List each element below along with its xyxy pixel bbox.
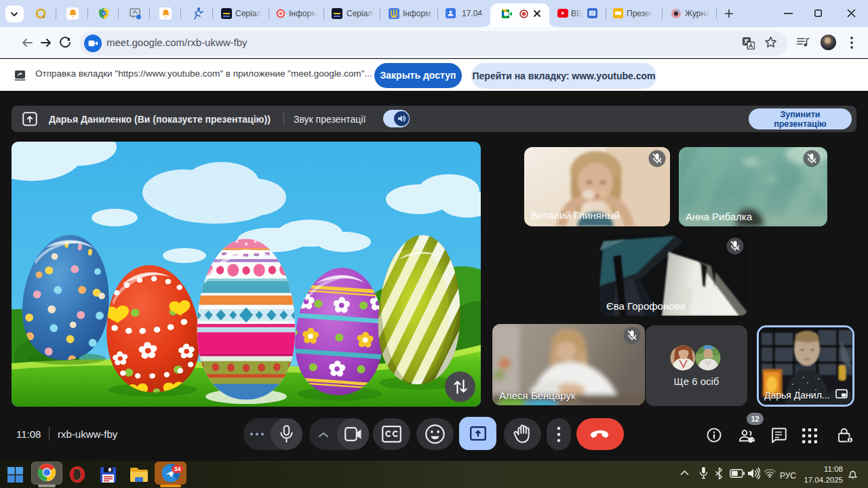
svg-text:Анна Рибалка: Анна Рибалка [686, 211, 753, 222]
svg-text:Ще 6 осіб: Ще 6 осіб [674, 375, 719, 387]
svg-text:Дарья Данил...: Дарья Данил... [764, 390, 829, 401]
svg-text:Алеся Бенцарук: Алеся Бенцарук [499, 390, 576, 401]
svg-text:Виталий Глиняный: Виталий Глиняный [531, 209, 620, 221]
svg-text:Єва Горофонова: Єва Горофонова [606, 300, 686, 312]
